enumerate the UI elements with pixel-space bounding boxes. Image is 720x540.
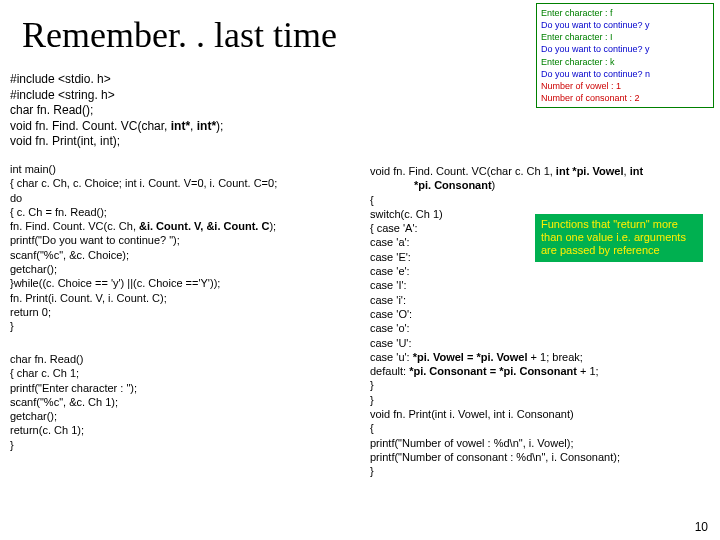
code-line: printf("Do you want to continue? ");: [10, 233, 277, 247]
out-line: Enter character : f: [541, 7, 709, 19]
page-number: 10: [695, 520, 708, 534]
code-line: return(c. Ch 1);: [10, 423, 137, 437]
code-line: char fn. Read(): [10, 352, 137, 366]
code-line: {: [370, 421, 720, 435]
code-line: { char c. Ch 1;: [10, 366, 137, 380]
code-line: int main(): [10, 162, 277, 176]
code-line: getchar();: [10, 262, 277, 276]
declarations-block: #include <stdio. h> #include <string. h>…: [10, 72, 223, 150]
code-line: return 0;: [10, 305, 277, 319]
code-line: void fn. Print(int i. Vowel, int i. Cons…: [370, 407, 720, 421]
code-line: }: [10, 319, 277, 333]
code-line: do: [10, 191, 277, 205]
code-line: { char c. Ch, c. Choice; int i. Count. V…: [10, 176, 277, 190]
code-line: #include <string. h>: [10, 88, 223, 104]
output-panel: Enter character : f Do you want to conti…: [536, 3, 714, 108]
code-line: void fn. Find. Count. VC(char c. Ch 1, i…: [370, 164, 720, 178]
code-line: case 'u': *pi. Vowel = *pi. Vowel + 1; b…: [370, 350, 720, 364]
out-line: Number of vowel : 1: [541, 80, 709, 92]
callout-box: Functions that "return" more than one va…: [535, 214, 703, 262]
out-line: Do you want to continue? y: [541, 43, 709, 55]
code-line: case 'o':: [370, 321, 720, 335]
code-line: { c. Ch = fn. Read();: [10, 205, 277, 219]
read-function-block: char fn. Read() { char c. Ch 1; printf("…: [10, 352, 137, 452]
code-line: char fn. Read();: [10, 103, 223, 119]
findcount-print-block: void fn. Find. Count. VC(char c. Ch 1, i…: [370, 164, 720, 479]
code-line: printf("Enter character : ");: [10, 381, 137, 395]
out-line: Do you want to continue? n: [541, 68, 709, 80]
code-line: getchar();: [10, 409, 137, 423]
out-line: Do you want to continue? y: [541, 19, 709, 31]
code-line: fn. Find. Count. VC(c. Ch, &i. Count. V,…: [10, 219, 277, 233]
main-function-block: int main() { char c. Ch, c. Choice; int …: [10, 162, 277, 334]
code-line: case 'i':: [370, 293, 720, 307]
code-line: case 'I':: [370, 278, 720, 292]
code-line: case 'O':: [370, 307, 720, 321]
out-line: Number of consonant : 2: [541, 92, 709, 104]
code-line: #include <stdio. h>: [10, 72, 223, 88]
code-line: }: [370, 464, 720, 478]
code-line: scanf("%c", &c. Ch 1);: [10, 395, 137, 409]
code-line: }: [10, 438, 137, 452]
code-line: xxxxxxxx*pi. Consonant): [370, 178, 720, 192]
out-line: Enter character : k: [541, 56, 709, 68]
code-line: }: [370, 393, 720, 407]
code-line: {: [370, 193, 720, 207]
code-line: void fn. Find. Count. VC(char, int*, int…: [10, 119, 223, 135]
code-line: case 'e':: [370, 264, 720, 278]
code-line: printf("Number of vowel : %d\n", i. Vowe…: [370, 436, 720, 450]
code-line: }: [370, 378, 720, 392]
code-line: void fn. Print(int, int);: [10, 134, 223, 150]
code-line: default: *pi. Consonant = *pi. Consonant…: [370, 364, 720, 378]
code-line: fn. Print(i. Count. V, i. Count. C);: [10, 291, 277, 305]
code-line: scanf("%c", &c. Choice);: [10, 248, 277, 262]
out-line: Enter character : I: [541, 31, 709, 43]
code-line: printf("Number of consonant : %d\n", i. …: [370, 450, 720, 464]
slide-title: Remember. . last time: [22, 14, 337, 56]
code-line: case 'U':: [370, 336, 720, 350]
code-line: }while((c. Choice == 'y') ||(c. Choice =…: [10, 276, 277, 290]
